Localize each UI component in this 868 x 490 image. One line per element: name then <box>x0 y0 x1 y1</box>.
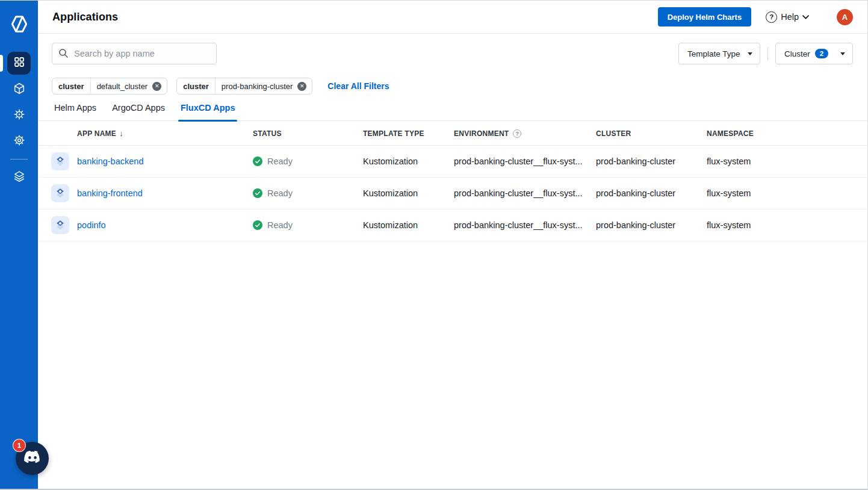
tab-fluxcd-apps[interactable]: FluxCD Apps <box>178 103 238 120</box>
template-type-cell: Kustomization <box>363 220 454 230</box>
tab-helm-apps[interactable]: Helm Apps <box>52 103 99 120</box>
gear-icon <box>13 134 26 149</box>
caret-down-icon <box>748 52 752 55</box>
fluxcd-app-icon <box>51 216 69 234</box>
filter-chip: cluster prod-banking-cluster ✕ <box>176 78 312 95</box>
active-indicator <box>0 55 3 72</box>
cluster-count-badge: 2 <box>815 49 828 58</box>
environment-cell: prod-banking-cluster__flux-syst... <box>454 220 596 230</box>
environment-cell: prod-banking-cluster__flux-syst... <box>454 188 596 198</box>
status-text: Ready <box>267 157 293 166</box>
sidebar-divider <box>10 159 28 160</box>
topbar: Applications Deploy Helm Charts ? Help A <box>38 1 867 34</box>
environment-help-icon[interactable]: ? <box>513 129 521 138</box>
layers-icon <box>13 170 26 185</box>
main-content: Applications Deploy Helm Charts ? Help A <box>38 1 867 489</box>
cube-icon <box>13 82 26 98</box>
column-header-template-type: TEMPLATE TYPE <box>363 129 454 138</box>
cluster-cell: prod-banking-cluster <box>596 188 707 198</box>
search-icon <box>58 48 69 61</box>
user-avatar[interactable]: A <box>837 9 853 25</box>
help-menu[interactable]: ? Help <box>766 11 809 23</box>
fluxcd-app-icon <box>51 152 69 170</box>
ready-check-icon <box>253 188 262 198</box>
app-name-link[interactable]: podinfo <box>77 220 106 230</box>
ready-check-icon <box>253 157 262 166</box>
column-header-status: STATUS <box>253 129 363 138</box>
help-label: Help <box>781 12 799 22</box>
cluster-cell: prod-banking-cluster <box>596 220 707 230</box>
tab-argocd-apps[interactable]: ArgoCD Apps <box>110 103 167 120</box>
column-header-namespace: NAMESPACE <box>707 129 853 138</box>
status-text: Ready <box>267 220 293 230</box>
chip-key: cluster <box>177 78 215 94</box>
sort-desc-icon: ↓ <box>119 129 123 138</box>
template-type-dropdown[interactable]: Template Type <box>678 43 760 64</box>
template-type-cell: Kustomization <box>363 188 454 198</box>
filter-selects: Template Type Cluster 2 <box>678 43 853 64</box>
environment-cell: prod-banking-cluster__flux-syst... <box>454 157 596 166</box>
page-title: Applications <box>52 11 118 23</box>
discord-icon <box>23 450 42 467</box>
deploy-helm-charts-button[interactable]: Deploy Helm Charts <box>658 7 752 26</box>
ready-check-icon <box>253 220 262 230</box>
remove-filter-icon[interactable]: ✕ <box>297 82 306 91</box>
filter-chip: cluster default_cluster ✕ <box>52 78 167 95</box>
chevron-down-icon <box>802 15 809 19</box>
topbar-actions: Deploy Helm Charts ? Help A <box>658 7 853 26</box>
status-cell: Ready <box>253 188 363 198</box>
namespace-cell: flux-system <box>707 188 853 198</box>
sidebar-item-jobs[interactable] <box>7 104 31 127</box>
applied-filters-row: cluster default_cluster ✕ cluster prod-b… <box>52 78 389 95</box>
sidebar-item-global-configurations[interactable] <box>7 130 31 153</box>
cluster-cell: prod-banking-cluster <box>596 157 707 166</box>
clear-all-filters-link[interactable]: Clear All Filters <box>327 81 389 91</box>
sidebar <box>0 1 38 489</box>
helm-wheel-icon <box>13 108 26 123</box>
column-header-app-name[interactable]: APP NAME ↓ <box>77 129 253 138</box>
namespace-cell: flux-system <box>707 220 853 230</box>
column-header-cluster: CLUSTER <box>596 129 707 138</box>
remove-filter-icon[interactable]: ✕ <box>152 82 161 91</box>
grid-icon <box>13 56 25 70</box>
fluxcd-app-icon <box>51 184 69 202</box>
column-header-environment: ENVIRONMENT ? <box>454 129 596 138</box>
table-row[interactable]: banking-backend Ready Kustomization prod… <box>38 146 867 178</box>
search-input[interactable] <box>52 43 217 64</box>
caret-down-icon <box>840 52 845 55</box>
app-name-link[interactable]: banking-frontend <box>77 188 143 198</box>
app-name-link[interactable]: banking-backend <box>77 157 143 166</box>
devtron-logo-icon[interactable] <box>8 13 31 36</box>
cluster-dropdown[interactable]: Cluster 2 <box>775 43 853 64</box>
status-text: Ready <box>267 188 293 198</box>
chip-value: default_cluster <box>91 82 153 91</box>
chip-key: cluster <box>52 78 91 94</box>
status-cell: Ready <box>253 220 363 230</box>
app-type-tabs: Helm Apps ArgoCD Apps FluxCD Apps <box>38 103 867 121</box>
sidebar-item-resource-browser[interactable] <box>7 166 31 189</box>
apps-table: APP NAME ↓ STATUS TEMPLATE TYPE ENVIRONM… <box>38 122 867 241</box>
status-cell: Ready <box>253 157 363 166</box>
table-row[interactable]: podinfo Ready Kustomization prod-banking… <box>38 209 867 241</box>
sidebar-item-chart-store[interactable] <box>7 78 31 101</box>
template-type-cell: Kustomization <box>363 157 454 166</box>
notification-badge: 1 <box>13 439 26 452</box>
chip-value: prod-banking-cluster <box>215 82 298 91</box>
select-divider <box>767 47 768 60</box>
question-circle-icon: ? <box>766 11 777 23</box>
cluster-label: Cluster <box>784 49 810 58</box>
namespace-cell: flux-system <box>707 157 853 166</box>
search-container <box>52 43 217 64</box>
table-header-row: APP NAME ↓ STATUS TEMPLATE TYPE ENVIRONM… <box>38 122 867 146</box>
sidebar-item-applications[interactable] <box>7 52 31 75</box>
template-type-label: Template Type <box>687 49 740 58</box>
app-window: 1 Applications Deploy Helm Charts ? Help… <box>0 0 868 490</box>
table-row[interactable]: banking-frontend Ready Kustomization pro… <box>38 178 867 209</box>
